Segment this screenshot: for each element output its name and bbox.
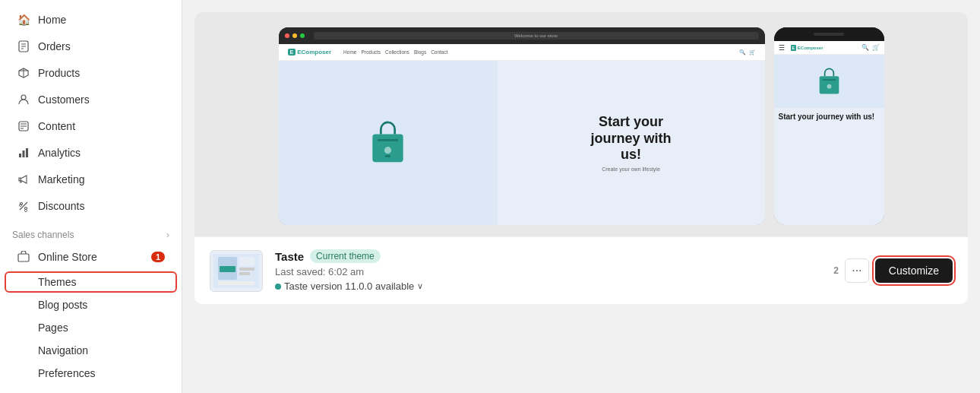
- mobile-site-logo: E EComposer: [791, 45, 824, 51]
- sidebar-item-products[interactable]: Products: [5, 60, 177, 86]
- svg-rect-23: [822, 79, 836, 81]
- sales-channels-section: Sales channels ›: [0, 220, 182, 243]
- sidebar-item-preferences[interactable]: Preferences: [5, 363, 177, 384]
- sidebar-blog-posts-label: Blog posts: [38, 299, 87, 311]
- site-heading: Start your journey with us!: [590, 114, 671, 163]
- customize-button[interactable]: Customize: [875, 258, 953, 283]
- current-theme-badge: Current theme: [310, 249, 381, 263]
- theme-title-row: Taste Current theme: [275, 249, 821, 263]
- desktop-preview: Welcome to our store E EComposer Home: [279, 27, 765, 225]
- sidebar-item-home[interactable]: 🏠 Home: [5, 7, 177, 33]
- svg-rect-29: [239, 268, 254, 271]
- products-icon: [17, 66, 30, 80]
- sidebar-item-themes[interactable]: Themes: [5, 271, 177, 293]
- site-subtext: Create your own lifestyle: [602, 166, 660, 172]
- sidebar-item-label: Discounts: [38, 200, 165, 212]
- online-store-label: Online Store: [38, 251, 144, 263]
- site-body: Start your journey with us! Create your …: [279, 61, 765, 225]
- discounts-icon: [17, 199, 30, 213]
- mobile-text-area: Start your journey with us!: [774, 108, 884, 126]
- sidebar: 🏠 Home Orders Products Customers Cont: [0, 0, 182, 393]
- theme-name: Taste: [275, 250, 304, 263]
- sidebar-item-label: Content: [38, 120, 165, 132]
- theme-info: Taste Current theme Last saved: 6:02 am …: [275, 249, 821, 292]
- more-options-button[interactable]: ···: [845, 258, 869, 283]
- sidebar-item-customers[interactable]: Customers: [5, 87, 177, 113]
- sidebar-item-label: Orders: [38, 40, 165, 52]
- main-content: Welcome to our store E EComposer Home: [182, 0, 980, 393]
- site-preview-desktop: E EComposer Home Products Collections Bl…: [279, 44, 765, 225]
- mobile-heading: Start your journey with us!: [779, 113, 880, 122]
- browser-url-bar: Welcome to our store: [514, 33, 558, 38]
- version-dot-icon: [275, 284, 281, 290]
- sidebar-pages-label: Pages: [38, 322, 68, 334]
- sidebar-item-navigation[interactable]: Navigation: [5, 340, 177, 361]
- bag-illustration: [367, 116, 409, 170]
- mobile-preview: ☰ E EComposer 🔍 🛒: [774, 27, 884, 225]
- sidebar-item-label: Home: [38, 14, 165, 26]
- sidebar-item-analytics[interactable]: Analytics: [5, 140, 177, 166]
- mobile-cart-icon: 🛒: [872, 44, 880, 51]
- online-store-badge: 1: [151, 252, 165, 262]
- svg-point-20: [384, 147, 391, 154]
- svg-rect-17: [18, 254, 29, 261]
- browser-bar: Welcome to our store: [279, 27, 765, 44]
- svg-rect-19: [378, 139, 399, 141]
- sidebar-preferences-label: Preferences: [38, 367, 95, 379]
- theme-actions-wrapper: 2 ··· Customize: [833, 258, 953, 283]
- browser-min-dot: [292, 33, 297, 38]
- mobile-notch: [774, 27, 884, 41]
- marketing-icon: [17, 173, 30, 186]
- mobile-notch-bar: [814, 33, 844, 36]
- browser-max-dot: [300, 33, 305, 38]
- sidebar-item-pages[interactable]: Pages: [5, 317, 177, 338]
- sidebar-item-discounts[interactable]: Discounts: [5, 193, 177, 219]
- cart-icon-preview: 🛒: [749, 49, 756, 55]
- search-icon-preview: 🔍: [739, 49, 746, 55]
- sidebar-item-label: Products: [38, 67, 165, 79]
- site-right-text: Start your journey with us! Create your …: [498, 61, 765, 225]
- site-logo: E EComposer: [288, 49, 332, 55]
- site-nav-icons: 🔍 🛒: [739, 49, 756, 55]
- svg-point-24: [827, 84, 831, 88]
- mobile-product-image: [774, 55, 884, 108]
- svg-rect-11: [19, 154, 21, 157]
- sidebar-item-marketing[interactable]: Marketing: [5, 166, 177, 192]
- theme-thumbnail-image: [213, 254, 259, 288]
- theme-version-row: Taste version 11.0.0 available ∨: [275, 280, 821, 292]
- sidebar-item-orders[interactable]: Orders: [5, 33, 177, 59]
- svg-rect-30: [239, 272, 250, 275]
- theme-thumbnail: [210, 250, 263, 292]
- svg-rect-12: [23, 151, 25, 157]
- site-preview-mobile: ☰ E EComposer 🔍 🛒: [774, 41, 884, 225]
- version-chevron-icon[interactable]: ∨: [417, 281, 423, 291]
- mobile-hamburger-icon: ☰: [779, 44, 785, 52]
- section-chevron-icon: ›: [166, 229, 169, 240]
- mobile-site-nav: ☰ E EComposer 🔍 🛒: [774, 41, 884, 55]
- theme-version-text: Taste version 11.0.0 available: [284, 280, 414, 292]
- online-store-icon: [17, 250, 30, 264]
- svg-rect-31: [218, 281, 254, 285]
- desktop-browser-content: E EComposer Home Products Collections Bl…: [279, 44, 765, 225]
- sidebar-item-blog-posts[interactable]: Blog posts: [5, 294, 177, 315]
- svg-rect-28: [239, 257, 254, 266]
- more-options-icon: ···: [852, 264, 861, 277]
- sidebar-themes-label: Themes: [38, 276, 77, 288]
- content-icon: [17, 119, 30, 133]
- theme-info-row: Taste Current theme Last saved: 6:02 am …: [194, 236, 968, 304]
- svg-rect-27: [220, 266, 236, 272]
- analytics-icon: [17, 146, 30, 160]
- theme-saved-text: Last saved: 6:02 am: [275, 266, 821, 277]
- site-left-image: [279, 61, 498, 225]
- mobile-search-icon: 🔍: [861, 44, 869, 51]
- sidebar-item-content[interactable]: Content: [5, 113, 177, 139]
- apps-section[interactable]: Apps ›: [5, 388, 177, 393]
- svg-rect-13: [26, 148, 28, 157]
- home-icon: 🏠: [17, 13, 30, 27]
- sidebar-item-online-store[interactable]: Online Store 1: [5, 244, 177, 270]
- mobile-bag-illustration: [816, 65, 842, 99]
- svg-point-6: [21, 95, 26, 100]
- sidebar-item-label: Customers: [38, 93, 165, 106]
- mobile-nav-icons: 🔍 🛒: [861, 44, 880, 51]
- mobile-browser-content: ☰ E EComposer 🔍 🛒: [774, 41, 884, 225]
